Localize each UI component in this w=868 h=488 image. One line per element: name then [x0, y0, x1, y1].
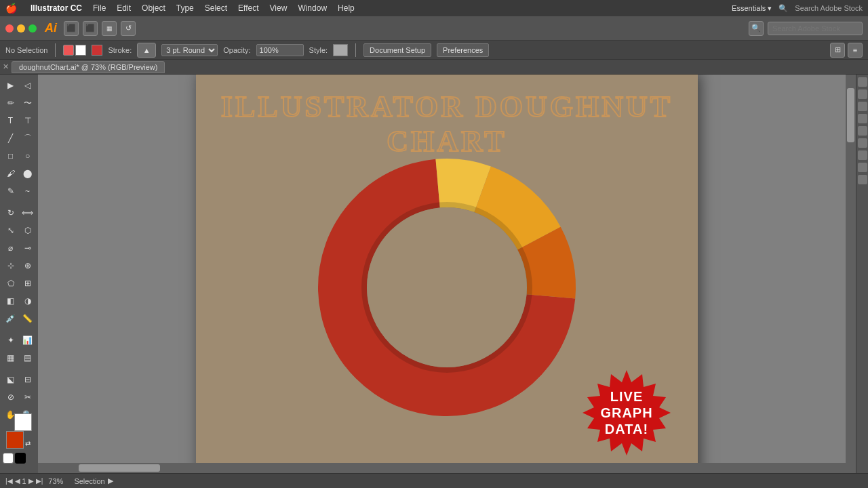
menu-edit[interactable]: Edit	[117, 3, 131, 13]
menu-effect[interactable]: Effect	[238, 3, 258, 13]
right-panel-icon-5[interactable]	[858, 126, 867, 136]
document-setup-button[interactable]: Document Setup	[363, 43, 431, 57]
paintbrush-tool[interactable]: 🖌	[3, 165, 18, 182]
warp-tool[interactable]: ⌀	[3, 240, 18, 256]
toolbar-btn-3[interactable]: ▦	[102, 21, 117, 36]
artboard-number: 1	[22, 477, 26, 485]
artboard-tool[interactable]: ⬕	[3, 371, 18, 388]
preferences-button[interactable]: Preferences	[437, 43, 489, 57]
right-panel-icon-1[interactable]	[858, 77, 867, 87]
document-tab[interactable]: doughnutChart.ai* @ 73% (RGB/Preview)	[12, 61, 165, 73]
essentials-dropdown[interactable]: Essentials ▾	[732, 4, 772, 13]
right-panel-icon-8[interactable]	[858, 163, 867, 172]
direct-selection-tool[interactable]: ◁	[20, 77, 35, 94]
adobe-stock-search[interactable]: Search Adobe Stock	[795, 4, 863, 12]
scale-tool[interactable]: ⤡	[3, 222, 18, 239]
minimize-button[interactable]	[17, 24, 25, 33]
puppet-warp-tool[interactable]: ⊕	[20, 258, 35, 274]
free-transform-tool[interactable]: ⊹	[3, 258, 18, 274]
mesh-tool[interactable]: ⊞	[20, 275, 35, 291]
type-tool[interactable]: T	[3, 113, 18, 129]
line-tool[interactable]: ╱	[3, 130, 18, 146]
blend-tool[interactable]: ◑	[20, 293, 35, 309]
stroke-color-fg[interactable]	[63, 45, 74, 56]
artboard-next-button[interactable]: ▶	[28, 477, 34, 485]
menu-file[interactable]: File	[93, 3, 106, 13]
eyedropper-tool[interactable]: 💉	[3, 310, 18, 327]
canvas-area[interactable]: ILLUSTRATOR DOUGHNUT CHART LIVEGRAPHDATA…	[38, 75, 856, 473]
perspective-tool[interactable]: ⬠	[3, 275, 18, 291]
scroll-thumb-vertical[interactable]	[847, 88, 854, 142]
selection-tool[interactable]: ▶	[3, 77, 18, 94]
menu-object[interactable]: Object	[142, 3, 165, 13]
menu-view[interactable]: View	[270, 3, 288, 13]
rect-tool[interactable]: □	[3, 148, 18, 164]
stroke-weight-up[interactable]: ▲	[137, 43, 156, 58]
stroke-swatch[interactable]	[15, 453, 26, 464]
scissors-tool[interactable]: ✂	[20, 389, 35, 405]
bar-graph-tool[interactable]: ▤	[20, 350, 35, 366]
stroke-color-bg[interactable]	[75, 45, 86, 56]
symbol-tool[interactable]: ✦	[3, 332, 18, 348]
menu-help[interactable]: Help	[338, 3, 355, 13]
graph-tool[interactable]: 📊	[20, 332, 35, 348]
doughnut-svg	[291, 131, 603, 443]
scroll-thumb-horizontal[interactable]	[79, 464, 160, 472]
close-button[interactable]	[5, 24, 14, 33]
doughnut-chart	[291, 131, 603, 443]
menu-window[interactable]: Window	[298, 3, 327, 13]
align-icon[interactable]: ⊞	[830, 43, 845, 58]
style-swatch[interactable]	[333, 44, 348, 56]
artboard-first-button[interactable]: |◀	[5, 477, 13, 485]
status-bar: |◀ ◀ 1 ▶ ▶| 73% Selection ▶	[0, 473, 868, 488]
fill-color[interactable]	[92, 45, 102, 56]
toolbar-btn-2[interactable]: ⬛	[83, 21, 98, 36]
maximize-button[interactable]	[28, 24, 37, 33]
width-tool[interactable]: ⊸	[20, 240, 35, 256]
reflect-tool[interactable]: ⟺	[20, 205, 35, 221]
right-panel-icon-2[interactable]	[858, 89, 867, 99]
arrange-icon[interactable]: ≡	[848, 43, 863, 58]
tab-close-button[interactable]: ✕	[3, 62, 9, 71]
artboard-prev-button[interactable]: ◀	[15, 477, 20, 485]
right-panel-icon-7[interactable]	[858, 150, 867, 160]
scrollbar-vertical[interactable]	[846, 75, 856, 473]
blob-brush-tool[interactable]: ⬤	[20, 165, 35, 182]
measure-tool[interactable]: 📏	[20, 310, 35, 327]
opacity-input[interactable]	[256, 44, 304, 56]
stroke-select[interactable]: 3 pt. Round 1 pt. 2 pt.	[161, 44, 218, 56]
shear-tool[interactable]: ⬡	[20, 222, 35, 239]
fill-swatch[interactable]	[3, 453, 14, 464]
ellipse-tool[interactable]: ○	[20, 148, 35, 164]
curvature-tool[interactable]: 〜	[20, 95, 35, 111]
arc-tool[interactable]: ⌒	[20, 130, 35, 146]
pencil-tool[interactable]: ✎	[3, 183, 18, 199]
right-panel-icon-3[interactable]	[858, 102, 867, 111]
eraser-tool[interactable]: ⊘	[3, 389, 18, 405]
slice-tool[interactable]: ⊟	[20, 371, 35, 388]
search-icon: 🔍	[778, 4, 788, 13]
right-panel-icon-9[interactable]	[858, 175, 867, 184]
right-panel-icon-6[interactable]	[858, 138, 867, 148]
column-graph-tool[interactable]: ▦	[3, 350, 18, 366]
smooth-tool[interactable]: ~	[20, 183, 35, 199]
no-selection-label: No Selection	[5, 46, 47, 54]
menu-type[interactable]: Type	[176, 3, 194, 13]
foreground-color-swatch[interactable]	[6, 431, 24, 449]
pen-tool[interactable]: ✏	[3, 95, 18, 111]
rotate-tool[interactable]: ↻	[3, 205, 18, 221]
artboard-last-button[interactable]: ▶|	[36, 477, 43, 485]
toolbar-btn-1[interactable]: ⬛	[64, 21, 79, 36]
scrollbar-horizontal[interactable]	[38, 463, 846, 473]
gradient-tool[interactable]: ◧	[3, 293, 18, 309]
background-color-swatch[interactable]	[14, 413, 32, 431]
area-type-tool[interactable]: ⊤	[20, 113, 35, 129]
badge-label: LIVEGRAPHDATA!	[600, 388, 652, 437]
apple-menu[interactable]: 🍎	[5, 3, 17, 14]
right-panel-icon-4[interactable]	[858, 114, 867, 123]
toolbar-btn-4[interactable]: ↺	[121, 21, 136, 36]
search-button[interactable]: 🔍	[749, 21, 764, 36]
search-input[interactable]	[768, 22, 863, 35]
tools-panel: ▶ ◁ ✏ 〜 T ⊤ ╱ ⌒ □ ○ 🖌 ⬤ ✎ ~ ↻ ⟺	[0, 75, 38, 473]
menu-select[interactable]: Select	[205, 3, 227, 13]
